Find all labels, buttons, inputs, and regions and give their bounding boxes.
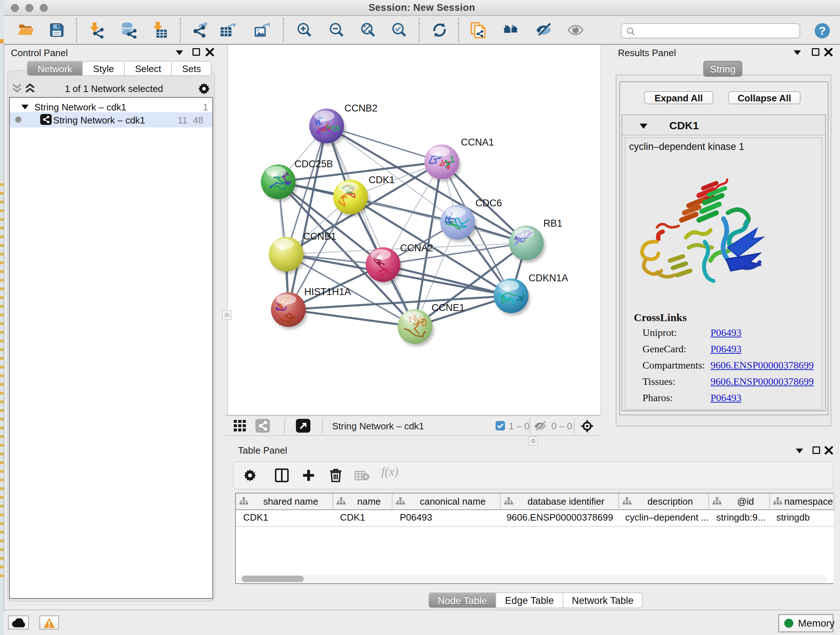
svg-text:RB1: RB1 [543, 218, 562, 229]
svg-text:CDC6: CDC6 [475, 198, 502, 209]
svg-text:CCNB2: CCNB2 [344, 103, 378, 114]
svg-text:CCNA2: CCNA2 [400, 242, 433, 253]
svg-text:CCNE1: CCNE1 [431, 302, 465, 313]
svg-text:CCNB1: CCNB1 [303, 231, 336, 242]
svg-text:HIST1H1A: HIST1H1A [304, 287, 351, 297]
svg-text:CDK1: CDK1 [369, 174, 395, 185]
svg-text:CCNA1: CCNA1 [461, 137, 494, 148]
svg-text:CDC25B: CDC25B [294, 158, 333, 169]
svg-text:CDKN1A: CDKN1A [529, 272, 568, 283]
